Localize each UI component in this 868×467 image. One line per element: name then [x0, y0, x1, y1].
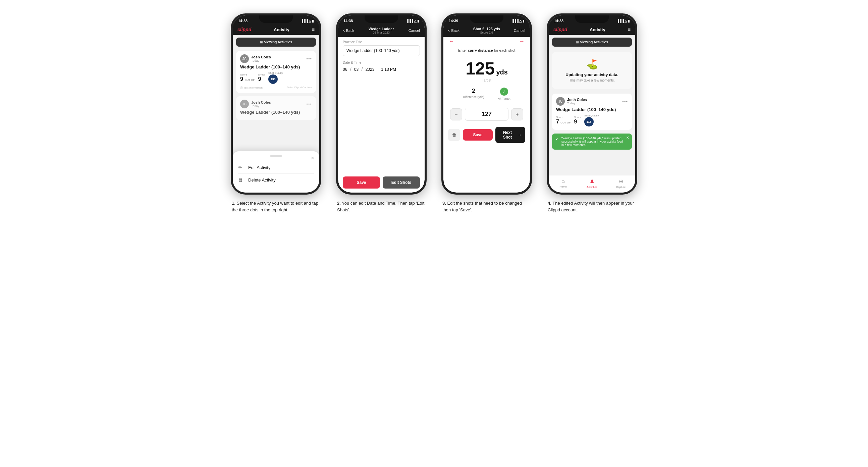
date-day[interactable]: 06 [343, 67, 347, 72]
signal-icon-1: ▐▐▐ [301, 19, 308, 23]
caption-step-1: 1. [232, 200, 236, 206]
increment-btn[interactable]: + [511, 108, 523, 120]
back-btn-3[interactable]: < Back [448, 29, 460, 33]
phone-frame-3: 14:39 ▐▐▐ △ ▮ < Back Shot 6, 125 yds Sco… [441, 13, 532, 195]
clippd-logo-4: clippd [553, 27, 567, 32]
avatar-1: JC [240, 54, 249, 63]
delete-activity-label: Delete Activity [248, 178, 276, 183]
avatar-4: JC [556, 97, 565, 106]
carry-instruction: Enter carry distance for each shot [443, 44, 530, 54]
shot-info: Shot 6, 125 yds Score 7/9 [473, 27, 500, 34]
datetime-row: 06 / 03 / 2023 1:13 PM [343, 66, 420, 72]
three-dots-1[interactable]: ••• [306, 56, 312, 61]
practice-title-input[interactable] [343, 45, 420, 56]
updating-title: Updating your activity data. [555, 72, 628, 77]
activity-title-2: Wedge Ladder [369, 27, 394, 31]
status-time-4: 14:38 [554, 19, 563, 23]
score-badge-4: 118 [584, 117, 594, 126]
toast-message: "Wedge Ladder (100–140 yds)" was updated… [561, 136, 628, 147]
nav-arrows-row: ← → [443, 37, 530, 44]
toast-close-icon[interactable]: ✕ [626, 135, 629, 140]
phone-frame-2: 14:38 ▐▐▐ △ ▮ < Back Wedge Ladder 06 Mar… [336, 13, 427, 195]
caption-1: 1. Select the Activity you want to edit … [229, 200, 323, 213]
hit-target-metric: ✓ Hit Target [498, 88, 510, 100]
shot-score: Score 7/9 [473, 31, 500, 34]
avatar-2: JC [240, 100, 249, 108]
edit-icon: ✏ [238, 165, 245, 170]
phones-row: 14:38 ▐▐▐ △ ▮ clippd Activity ≡ ⊞ Viewin… [227, 13, 641, 213]
caption-step-4: 4. [548, 200, 551, 206]
user-date-4: Today [567, 102, 587, 105]
status-time-2: 14:38 [343, 19, 353, 23]
cancel-btn-2[interactable]: Cancel [408, 29, 420, 33]
datetime-label: Date & Time [343, 61, 420, 64]
status-time-1: 14:38 [238, 19, 248, 23]
phone3-screen: 14:39 ▐▐▐ △ ▮ < Back Shot 6, 125 yds Sco… [443, 15, 530, 193]
nav-capture[interactable]: ⊕ Capture [607, 178, 635, 189]
time-part[interactable]: 1:13 PM [381, 67, 396, 72]
hamburger-icon-1[interactable]: ≡ [312, 27, 315, 32]
phone-section-2: 14:38 ▐▐▐ △ ▮ < Back Wedge Ladder 06 Mar… [333, 13, 430, 213]
activity-card-2[interactable]: JC Josh Coles Today ••• Wedge Ladder (10… [236, 96, 316, 120]
bottom-sheet-1: ✕ ✏ Edit Activity 🗑 Delete Activity [233, 151, 319, 193]
delete-shot-btn[interactable]: 🗑 [448, 129, 460, 141]
trash-icon: 🗑 [238, 177, 245, 183]
three-dots-2[interactable]: ••• [306, 102, 312, 107]
wifi-2: △ [414, 19, 416, 23]
phone2-screen: 14:38 ▐▐▐ △ ▮ < Back Wedge Ladder 06 Mar… [338, 15, 425, 193]
wifi-4: △ [624, 19, 627, 23]
battery-3: ▮ [523, 19, 525, 23]
phone-frame-1: 14:38 ▐▐▐ △ ▮ clippd Activity ≡ ⊞ Viewin… [231, 13, 321, 195]
shot-metrics: 2 Difference (yds) ✓ Hit Target [443, 84, 530, 104]
wifi-icon-1: △ [309, 19, 311, 23]
back-btn-2[interactable]: < Back [343, 29, 354, 33]
edit-activity-item[interactable]: ✏ Edit Activity [238, 161, 314, 174]
shot-value-input[interactable] [465, 108, 508, 121]
card-stats-1: Score 9 OUT OF Shots 9 Shot Quality 130 [240, 71, 312, 84]
nav-activities[interactable]: ♟ Activities [578, 178, 607, 189]
hamburger-icon-4[interactable]: ≡ [628, 27, 630, 32]
save-shot-btn[interactable]: Save [463, 129, 493, 141]
user-info-4: JC Josh Coles Today [556, 97, 587, 106]
prev-shot-arrow[interactable]: ← [449, 38, 454, 44]
score-badge-1: 130 [268, 74, 278, 84]
nav-home[interactable]: ⌂ Home [549, 178, 578, 189]
phone4-header: clippd Activity ≡ [549, 25, 635, 35]
date-month[interactable]: 03 [354, 67, 359, 72]
golf-flag-icon: ⛳ [555, 59, 628, 70]
phone-section-4: 14:38 ▐▐▐ △ ▮ clippd Activity ≡ ⊞ Viewin… [543, 13, 641, 213]
card-footer-1: ⓘ Test Information Data: Clippd Capture [240, 86, 312, 90]
score-label-1: Score [240, 73, 254, 76]
difference-metric: 2 Difference (yds) [463, 88, 484, 100]
sheet-close-icon[interactable]: ✕ [311, 155, 315, 161]
edit-shots-btn[interactable]: Edit Shots [383, 177, 420, 189]
cancel-btn-3[interactable]: Cancel [514, 29, 525, 33]
user-name-4: Josh Coles [567, 98, 587, 102]
caption-text-2: 2. You can edit Date and Time. Then tap … [337, 200, 426, 213]
signal-icons-1: ▐▐▐ △ ▮ [301, 19, 314, 23]
battery-4: ▮ [628, 19, 630, 23]
difference-value: 2 [463, 88, 484, 95]
next-shot-arrow[interactable]: → [519, 38, 525, 44]
shot-title: Shot 6, 125 yds [473, 27, 500, 31]
delete-activity-item[interactable]: 🗑 Delete Activity [238, 174, 314, 186]
edit-activity-label: Edit Activity [248, 165, 270, 170]
signal-4: ▐▐▐ [617, 19, 624, 23]
three-dots-4[interactable]: ••• [622, 99, 628, 104]
phone-notch-1 [259, 15, 293, 23]
success-toast: ✓ "Wedge Ladder (100–140 yds)" was updat… [552, 133, 632, 150]
save-btn-2[interactable]: Save [343, 177, 380, 189]
shots-value-4: 9 [574, 119, 577, 124]
decrement-btn[interactable]: − [450, 108, 462, 120]
caption-body-4: The edited Activity will then appear in … [548, 200, 634, 212]
battery-icon-1: ▮ [312, 19, 314, 23]
nav-capture-label: Capture [616, 186, 625, 189]
next-shot-btn[interactable]: Next Shot → [495, 127, 525, 143]
date-year[interactable]: 2023 [366, 67, 375, 72]
activity-card-4[interactable]: JC Josh Coles Today ••• Wedge Ladder (10… [552, 94, 632, 130]
activity-card-1[interactable]: JC Josh Coles Today ••• Wedge Ladder (10… [236, 51, 316, 93]
viewing-bar-4: ⊞ Viewing Activities [552, 38, 632, 46]
viewing-bar-1: ⊞ Viewing Activities [236, 38, 316, 46]
caption-step-2: 2. [337, 200, 341, 206]
signal-3: ▐▐▐ [512, 19, 519, 23]
